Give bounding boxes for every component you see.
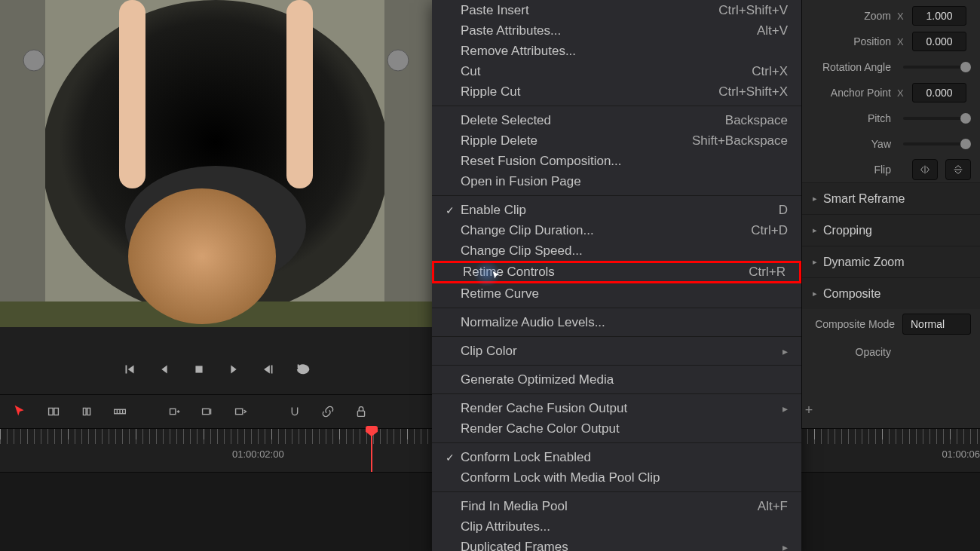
- timecode-label: 01:00:02:00: [232, 448, 284, 460]
- menu-item-normalize-audio-levels[interactable]: Normalize Audio Levels...: [432, 312, 801, 332]
- pitch-property: Pitch: [802, 106, 980, 131]
- cropping-section[interactable]: Cropping: [802, 214, 980, 246]
- menu-shortcut: Ctrl+Shift+X: [718, 84, 788, 99]
- opacity-property: Opacity: [802, 339, 980, 365]
- inspector-panel: Zoom X Position X Rotation Angle Anchor …: [801, 0, 980, 428]
- menu-shortcut: Backspace: [725, 113, 788, 128]
- check-icon: ✓: [446, 452, 461, 464]
- menu-separator: [432, 365, 801, 366]
- menu-label: Clip Attributes...: [461, 519, 788, 534]
- menu-shortcut: Ctrl+R: [749, 265, 786, 280]
- yaw-slider[interactable]: [903, 142, 971, 145]
- anchor-x-input[interactable]: [912, 83, 966, 103]
- svg-point-10: [128, 188, 276, 324]
- menu-item-render-cache-fusion-output[interactable]: Render Cache Fusion Output▸: [432, 398, 801, 418]
- position-property: Position X: [802, 29, 980, 54]
- flip-vertical-button[interactable]: [945, 159, 971, 180]
- menu-item-open-in-fusion-page[interactable]: Open in Fusion Page: [432, 171, 801, 191]
- go-to-end-button[interactable]: [258, 359, 279, 380]
- menu-item-find-in-media-pool[interactable]: Find In Media PoolAlt+F: [432, 496, 801, 516]
- menu-separator: [432, 106, 801, 106]
- menu-shortcut: Alt+F: [758, 499, 788, 514]
- menu-item-conform-lock-enabled[interactable]: ✓Conform Lock Enabled: [432, 447, 801, 467]
- video-preview[interactable]: [0, 0, 432, 327]
- selection-tool[interactable]: [9, 400, 32, 423]
- menu-label: Delete Selected: [461, 113, 725, 128]
- menu-label: Enable Clip: [461, 203, 779, 218]
- linked-selection-tool[interactable]: [317, 400, 339, 423]
- play-button[interactable]: [223, 359, 244, 380]
- zoom-x-input[interactable]: [912, 6, 966, 26]
- smart-reframe-section[interactable]: Smart Reframe: [802, 182, 980, 214]
- pitch-slider[interactable]: [903, 117, 971, 120]
- menu-item-remove-attributes[interactable]: Remove Attributes...: [432, 41, 801, 61]
- menu-separator: [432, 491, 801, 492]
- svg-rect-18: [357, 411, 364, 416]
- menu-item-delete-selected[interactable]: Delete SelectedBackspace: [432, 110, 801, 130]
- composite-section[interactable]: Composite: [802, 277, 980, 309]
- svg-rect-7: [119, 0, 145, 188]
- menu-label: Conform Lock Enabled: [461, 450, 788, 465]
- menu-item-clip-attributes[interactable]: Clip Attributes...: [432, 516, 801, 537]
- svg-rect-15: [170, 409, 176, 414]
- insert-clip-tool[interactable]: [163, 400, 185, 423]
- menu-item-cut[interactable]: CutCtrl+X: [432, 61, 801, 81]
- composite-mode-select[interactable]: Normal: [902, 314, 971, 335]
- anchor-property: Anchor Point X: [802, 80, 980, 106]
- svg-rect-3: [384, 0, 432, 327]
- position-lock-tool[interactable]: [350, 400, 372, 423]
- stop-button[interactable]: [188, 359, 210, 380]
- menu-item-reset-fusion-composition[interactable]: Reset Fusion Composition...: [432, 151, 801, 171]
- menu-label: Paste Insert: [461, 3, 718, 18]
- menu-item-generate-optimized-media[interactable]: Generate Optimized Media: [432, 369, 801, 390]
- step-back-button[interactable]: [154, 359, 175, 380]
- zoom-axis: X: [897, 11, 906, 22]
- menu-item-retime-curve[interactable]: Retime Curve: [432, 283, 801, 304]
- menu-item-ripple-delete[interactable]: Ripple DeleteShift+Backspace: [432, 130, 801, 151]
- menu-item-conform-lock-with-media-pool-clip[interactable]: Conform Lock with Media Pool Clip: [432, 467, 801, 488]
- menu-item-duplicated-frames[interactable]: Duplicated Frames▸: [432, 537, 801, 551]
- position-x-input[interactable]: [912, 32, 966, 51]
- composite-mode-label: Composite Mode: [808, 318, 895, 330]
- loop-button[interactable]: [292, 359, 314, 380]
- timecode-label-right: 01:00:06: [942, 448, 980, 460]
- menu-label: Conform Lock with Media Pool Clip: [461, 470, 788, 485]
- snapping-tool[interactable]: [283, 400, 306, 423]
- replace-clip-tool[interactable]: [229, 400, 252, 423]
- menu-item-paste-attributes[interactable]: Paste Attributes...Alt+V: [432, 20, 801, 41]
- menu-separator: [432, 195, 801, 196]
- menu-label: Retime Controls: [463, 265, 749, 280]
- svg-rect-12: [49, 408, 54, 415]
- flip-horizontal-button[interactable]: [912, 159, 938, 180]
- go-to-start-button[interactable]: [119, 359, 140, 380]
- overwrite-clip-tool[interactable]: [196, 400, 219, 423]
- composite-mode-property: Composite Mode Normal: [802, 309, 980, 339]
- trim-edit-tool[interactable]: [42, 400, 65, 423]
- menu-item-clip-color[interactable]: Clip Color▸: [432, 341, 801, 361]
- menu-shortcut: Ctrl+X: [752, 64, 788, 79]
- dynamic-zoom-section[interactable]: Dynamic Zoom: [802, 246, 980, 277]
- menu-label: Render Cache Color Output: [461, 421, 788, 436]
- menu-item-ripple-cut[interactable]: Ripple CutCtrl+Shift+X: [432, 81, 801, 102]
- menu-shortcut: Alt+V: [757, 23, 788, 38]
- dynamic-trim-tool[interactable]: [75, 400, 98, 423]
- menu-label: Duplicated Frames: [461, 540, 782, 552]
- clip-context-menu: Paste InsertCtrl+Shift+VPaste Attributes…: [432, 0, 801, 551]
- menu-separator: [432, 393, 801, 394]
- menu-item-render-cache-color-output[interactable]: Render Cache Color Output: [432, 418, 801, 439]
- menu-label: Remove Attributes...: [461, 44, 788, 59]
- rotation-slider[interactable]: [903, 66, 971, 69]
- blade-tool[interactable]: [109, 400, 131, 423]
- menu-item-paste-insert[interactable]: Paste InsertCtrl+Shift+V: [432, 0, 801, 20]
- menu-item-change-clip-duration[interactable]: Change Clip Duration...Ctrl+D: [432, 220, 801, 240]
- submenu-arrow-icon: ▸: [782, 541, 788, 552]
- menu-item-retime-controls[interactable]: Retime ControlsCtrl+R: [432, 261, 801, 283]
- submenu-arrow-icon: ▸: [782, 403, 788, 415]
- yaw-property: Yaw: [802, 131, 980, 157]
- menu-label: Paste Attributes...: [461, 23, 757, 38]
- add-track-button[interactable]: +: [801, 403, 816, 418]
- menu-item-change-clip-speed[interactable]: Change Clip Speed...: [432, 240, 801, 261]
- menu-item-enable-clip[interactable]: ✓Enable ClipD: [432, 200, 801, 220]
- zoom-label: Zoom: [808, 10, 891, 22]
- svg-point-5: [387, 50, 409, 71]
